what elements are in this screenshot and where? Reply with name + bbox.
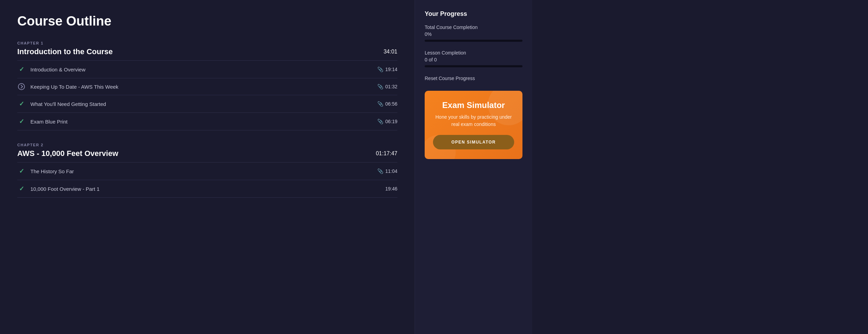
page-title: Course Outline	[17, 14, 397, 29]
exam-simulator-description: Hone your skills by practicing under rea…	[433, 114, 514, 128]
chapter-2-lessons: ✓ The History So Far 📎 11:04 ✓ 10,000	[17, 163, 397, 198]
chapter-1-label: CHAPTER 1	[17, 41, 397, 45]
lesson-status-icon: ✓	[17, 185, 26, 193]
main-content: Course Outline CHAPTER 1 Introduction to…	[0, 0, 415, 334]
lesson-meta: 📎 06:56	[377, 101, 397, 107]
total-completion-section: Total Course Completion 0%	[425, 24, 522, 42]
attachment-icon: 📎	[377, 67, 383, 72]
chapter-2-title: AWS - 10,000 Feet Overview	[17, 149, 118, 158]
lesson-completion-bar	[425, 65, 522, 67]
check-icon: ✓	[19, 100, 24, 108]
lesson-item[interactable]: ✓ What You'll Need Getting Started 📎 06:…	[17, 95, 397, 113]
lesson-completion-value: 0 of 0	[425, 57, 522, 62]
lesson-item[interactable]: ✓ Introduction & Overview 📎 19:14	[17, 61, 397, 78]
check-icon: ✓	[19, 66, 24, 73]
attachment-icon: 📎	[377, 84, 383, 89]
lesson-duration: 11:04	[385, 168, 397, 174]
lesson-title: Exam Blue Print	[30, 119, 377, 125]
check-icon: ✓	[19, 185, 24, 193]
lesson-title: What You'll Need Getting Started	[30, 101, 377, 107]
lesson-meta: 📎 11:04	[377, 168, 397, 174]
lesson-item[interactable]: ✓ Exam Blue Print 📎 06:19	[17, 113, 397, 130]
lesson-duration: 06:56	[385, 101, 397, 107]
total-completion-bar	[425, 40, 522, 42]
lesson-duration: 19:46	[385, 186, 397, 191]
lesson-item[interactable]: ✓ 10,000 Foot Overview - Part 1 19:46	[17, 180, 397, 198]
chapter-1-lessons: ✓ Introduction & Overview 📎 19:14 Ke	[17, 61, 397, 130]
check-icon: ✓	[19, 167, 24, 175]
exam-simulator-title: Exam Simulator	[433, 100, 514, 110]
lesson-title: Introduction & Overview	[30, 67, 377, 72]
lesson-status-icon: ✓	[17, 167, 26, 175]
play-icon	[18, 83, 25, 90]
chapter-2-label: CHAPTER 2	[17, 143, 397, 147]
attachment-icon: 📎	[377, 119, 383, 124]
lesson-item[interactable]: ✓ The History So Far 📎 11:04	[17, 163, 397, 180]
lesson-meta: 📎 19:14	[377, 67, 397, 72]
lesson-meta: 📎 01:32	[377, 84, 397, 89]
lesson-title: 10,000 Foot Overview - Part 1	[30, 186, 385, 192]
attachment-icon: 📎	[377, 168, 383, 174]
total-completion-value: 0%	[425, 31, 522, 37]
chapter-1-title: Introduction to the Course	[17, 47, 113, 56]
lesson-item[interactable]: Keeping Up To Date - AWS This Week 📎 01:…	[17, 78, 397, 95]
reset-course-button[interactable]: Reset Course Progress	[425, 76, 522, 81]
lesson-status-icon: ✓	[17, 118, 26, 125]
lesson-completion-label: Lesson Completion	[425, 50, 522, 56]
chapters-container: CHAPTER 1 Introduction to the Course 34:…	[17, 41, 397, 198]
chapter-2: CHAPTER 2 AWS - 10,000 Feet Overview 01:…	[17, 143, 397, 198]
open-simulator-button[interactable]: OPEN SIMULATOR	[433, 135, 514, 149]
chapter-2-title-row: AWS - 10,000 Feet Overview 01:17:47	[17, 149, 397, 163]
chapter-1: CHAPTER 1 Introduction to the Course 34:…	[17, 41, 397, 130]
total-completion-label: Total Course Completion	[425, 24, 522, 30]
lesson-duration: 01:32	[385, 84, 397, 89]
lesson-status-icon: ✓	[17, 100, 26, 108]
attachment-icon: 📎	[377, 101, 383, 107]
exam-simulator-card: Exam Simulator Hone your skills by pract…	[425, 91, 522, 159]
chapter-1-duration: 34:01	[384, 49, 397, 55]
lesson-duration: 19:14	[385, 67, 397, 72]
lesson-status-icon: ✓	[17, 66, 26, 73]
lesson-duration: 06:19	[385, 119, 397, 124]
sidebar: Your Progress Total Course Completion 0%…	[415, 0, 532, 334]
chapter-1-title-row: Introduction to the Course 34:01	[17, 47, 397, 61]
lesson-title: The History So Far	[30, 168, 377, 174]
lesson-meta: 19:46	[385, 186, 397, 191]
lesson-completion-section: Lesson Completion 0 of 0	[425, 50, 522, 67]
sidebar-title: Your Progress	[425, 10, 522, 18]
chapter-2-duration: 01:17:47	[376, 150, 397, 157]
lesson-meta: 📎 06:19	[377, 119, 397, 124]
lesson-status-icon	[17, 83, 26, 90]
lesson-title: Keeping Up To Date - AWS This Week	[30, 84, 377, 90]
check-icon: ✓	[19, 118, 24, 125]
